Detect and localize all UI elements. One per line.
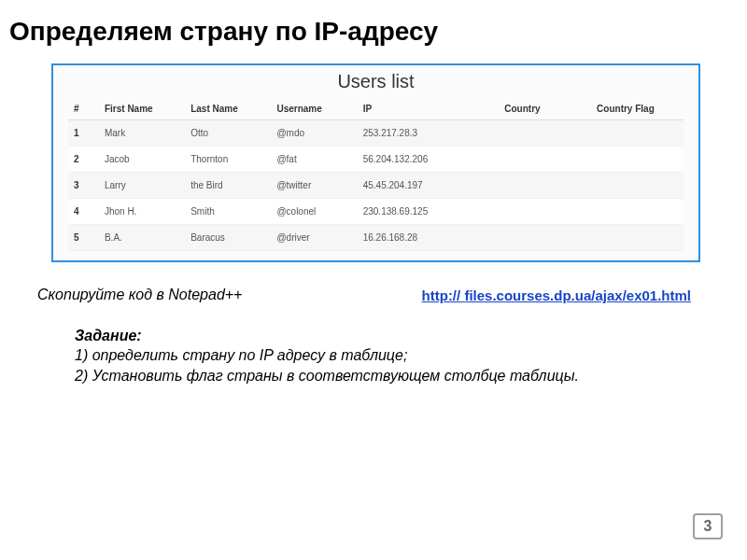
instruction-row: Скопируйте код в Notepad++ http:// files… bbox=[37, 287, 691, 305]
table-header-row: # First Name Last Name Username IP Count… bbox=[68, 98, 684, 120]
cell-flag bbox=[591, 199, 684, 225]
task-item-2: 2) Установить флаг страны в соответствую… bbox=[75, 366, 691, 386]
col-header-firstname: First Name bbox=[99, 98, 185, 120]
page-title: Определяем страну по IP-адресу bbox=[0, 0, 747, 56]
col-header-lastname: Last Name bbox=[185, 98, 271, 120]
cell-firstname: B.A. bbox=[99, 225, 185, 251]
cell-lastname: Otto bbox=[185, 120, 271, 147]
cell-country bbox=[499, 120, 591, 147]
cell-country bbox=[499, 225, 591, 251]
copy-instruction: Скопируйте код в Notepad++ bbox=[37, 287, 242, 303]
cell-num: 4 bbox=[68, 199, 99, 225]
table-row: 3 Larry the Bird @twitter 45.45.204.197 bbox=[68, 173, 684, 199]
cell-lastname: Thornton bbox=[185, 147, 271, 173]
users-table: # First Name Last Name Username IP Count… bbox=[68, 98, 684, 251]
cell-country bbox=[499, 199, 591, 225]
cell-num: 3 bbox=[68, 173, 99, 199]
task-item-1: 1) определить страну по IP адресу в табл… bbox=[75, 345, 691, 366]
cell-firstname: Mark bbox=[99, 120, 185, 147]
cell-username: @colonel bbox=[271, 199, 357, 225]
cell-flag bbox=[591, 173, 684, 199]
table-row: 4 Jhon H. Smith @colonel 230.138.69.125 bbox=[68, 199, 684, 225]
cell-ip: 45.45.204.197 bbox=[358, 173, 500, 199]
cell-flag bbox=[591, 147, 684, 173]
cell-country bbox=[499, 173, 591, 199]
cell-lastname: the Bird bbox=[185, 173, 271, 199]
cell-firstname: Jhon H. bbox=[99, 199, 185, 225]
cell-flag bbox=[591, 120, 684, 147]
cell-num: 2 bbox=[68, 147, 99, 173]
cell-lastname: Smith bbox=[185, 199, 271, 225]
users-panel: Users list # First Name Last Name Userna… bbox=[51, 63, 700, 262]
link-block: http:// files.courses.dp.ua/ajax/ex01.ht… bbox=[422, 287, 691, 305]
col-header-ip: IP bbox=[358, 98, 500, 120]
panel-title: Users list bbox=[68, 71, 684, 92]
cell-ip: 230.138.69.125 bbox=[358, 199, 500, 225]
col-header-num: # bbox=[68, 98, 99, 120]
cell-ip: 56.204.132.206 bbox=[358, 147, 500, 173]
task-block: Задание: 1) определить страну по IP адре… bbox=[75, 326, 691, 386]
cell-firstname: Larry bbox=[99, 173, 185, 199]
col-header-flag: Country Flag bbox=[591, 98, 684, 120]
cell-username: @twitter bbox=[271, 173, 357, 199]
table-row: 5 B.A. Baracus @driver 16.26.168.28 bbox=[68, 225, 684, 251]
resource-link[interactable]: http:// files.courses.dp.ua/ajax/ex01.ht… bbox=[422, 287, 691, 305]
cell-username: @driver bbox=[271, 225, 357, 251]
cell-ip: 253.217.28.3 bbox=[358, 120, 500, 147]
table-row: 2 Jacob Thornton @fat 56.204.132.206 bbox=[68, 147, 684, 173]
col-header-username: Username bbox=[271, 98, 357, 120]
cell-country bbox=[499, 147, 591, 173]
cell-ip: 16.26.168.28 bbox=[358, 225, 500, 251]
page-number-badge: 3 bbox=[693, 513, 723, 539]
cell-username: @mdo bbox=[271, 120, 357, 147]
cell-username: @fat bbox=[271, 147, 357, 173]
link-line-2: files.courses.dp.ua/ajax/ex01.html bbox=[464, 287, 691, 303]
table-row: 1 Mark Otto @mdo 253.217.28.3 bbox=[68, 120, 684, 147]
cell-firstname: Jacob bbox=[99, 147, 185, 173]
col-header-country: Country bbox=[499, 98, 591, 120]
cell-num: 1 bbox=[68, 120, 99, 147]
cell-flag bbox=[591, 225, 684, 251]
cell-lastname: Baracus bbox=[185, 225, 271, 251]
link-line-1: http:// bbox=[422, 287, 461, 303]
cell-num: 5 bbox=[68, 225, 99, 251]
task-heading: Задание: bbox=[75, 326, 691, 346]
